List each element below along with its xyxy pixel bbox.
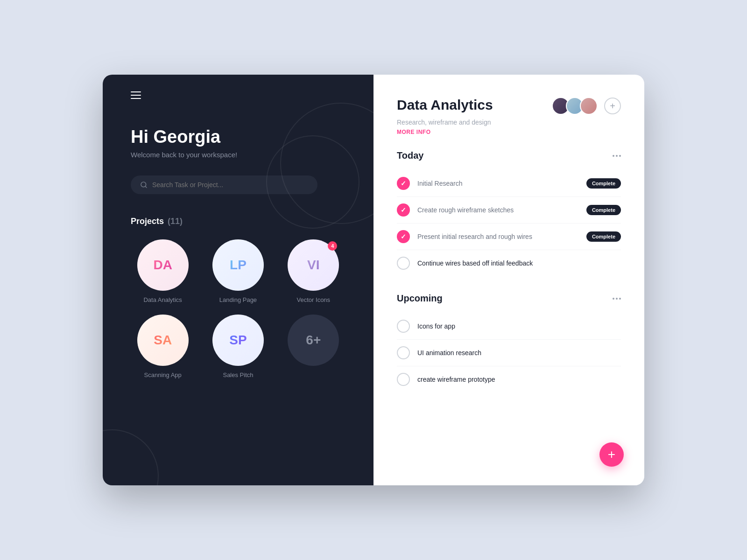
menu-icon[interactable] (131, 91, 345, 99)
search-icon (140, 181, 148, 189)
project-title-group: Data Analytics (397, 97, 493, 113)
project-description: Research, wireframe and design (397, 119, 621, 126)
checkmark-icon: ✓ (401, 233, 406, 240)
status-badge: Complete (586, 205, 621, 215)
task-left: ✓ Present initial research and rough wir… (397, 230, 532, 243)
task-item[interactable]: Icons for app (397, 313, 621, 340)
decorative-circle-2 (266, 135, 359, 229)
projects-section: Projects (11) DA Data Analytics LP Landi… (131, 217, 345, 378)
projects-title: Projects (131, 217, 164, 226)
project-item-lp[interactable]: LP Landing Page (206, 239, 270, 303)
task-checkbox-pending[interactable] (397, 373, 410, 386)
project-avatar-lp: LP (212, 239, 264, 291)
upcoming-section-header: Upcoming (397, 293, 621, 304)
task-left: ✓ Create rough wireframe sketches (397, 203, 514, 217)
project-initials-sa: SA (154, 333, 172, 348)
add-member-icon: + (610, 101, 615, 112)
project-label-sp: Sales Pitch (223, 371, 253, 378)
task-checkbox-completed[interactable]: ✓ (397, 230, 410, 243)
task-text: Create rough wireframe sketches (417, 206, 514, 214)
project-title: Data Analytics (397, 97, 493, 113)
task-text: UI animation research (417, 349, 481, 357)
project-initials-more: 6+ (306, 333, 321, 348)
today-task-list: ✓ Initial Research Complete ✓ Create rou… (397, 170, 621, 276)
project-label-vi: Vector Icons (297, 296, 331, 303)
project-initials-lp: LP (230, 258, 247, 273)
project-initials-vi: VI (307, 258, 319, 273)
task-text: Initial Research (417, 180, 463, 187)
upcoming-task-list: Icons for app UI animation research crea… (397, 313, 621, 392)
task-checkbox-pending[interactable] (397, 346, 410, 359)
project-item-sa[interactable]: SA Scanning App (131, 315, 195, 378)
more-info-link[interactable]: MORE INFO (397, 129, 621, 135)
fab-add-button[interactable]: + (599, 442, 624, 467)
avatar-group (552, 97, 598, 115)
today-section-header: Today (397, 150, 621, 161)
task-text: Present initial research and rough wires (417, 233, 532, 240)
project-badge-vi: 4 (328, 241, 337, 251)
task-text: create wireframe prototype (417, 376, 495, 383)
projects-grid: DA Data Analytics LP Landing Page VI 4 (131, 239, 345, 378)
task-checkbox-pending[interactable] (397, 257, 410, 270)
project-item-da[interactable]: DA Data Analytics (131, 239, 195, 303)
project-avatar-more: 6+ (288, 315, 339, 366)
project-initials-sp: SP (229, 333, 247, 348)
task-left: create wireframe prototype (397, 373, 495, 386)
today-title: Today (397, 150, 423, 161)
status-badge: Complete (586, 178, 621, 189)
projects-count: (11) (168, 217, 183, 226)
project-avatar-sa: SA (137, 315, 189, 366)
project-item-more[interactable]: 6+ (282, 315, 345, 378)
svg-line-1 (145, 186, 147, 188)
decorative-circle-3 (103, 429, 159, 485)
task-left: UI animation research (397, 346, 481, 359)
checkmark-icon: ✓ (401, 180, 406, 187)
avatar-3 (580, 97, 598, 115)
team-section: + (552, 97, 621, 115)
status-badge: Complete (586, 231, 621, 242)
task-left: Icons for app (397, 320, 455, 333)
add-member-button[interactable]: + (604, 98, 621, 114)
project-label-sa: Scanning App (144, 371, 182, 378)
right-panel: Data Analytics + Research, wireframe and… (374, 75, 644, 485)
today-more-button[interactable] (613, 155, 621, 157)
project-label-da: Data Analytics (143, 296, 182, 303)
project-avatar-da: DA (137, 239, 189, 291)
project-header: Data Analytics + (397, 97, 621, 115)
task-item[interactable]: create wireframe prototype (397, 366, 621, 392)
task-item[interactable]: ✓ Create rough wireframe sketches Comple… (397, 197, 621, 224)
left-panel: Hi Georgia Welcome back to your workspac… (103, 75, 374, 485)
upcoming-more-button[interactable] (613, 298, 621, 300)
upcoming-title: Upcoming (397, 293, 443, 304)
task-checkbox-completed[interactable]: ✓ (397, 203, 410, 217)
task-checkbox-completed[interactable]: ✓ (397, 177, 410, 190)
app-container: Hi Georgia Welcome back to your workspac… (103, 75, 644, 485)
checkmark-icon: ✓ (401, 206, 406, 214)
task-item[interactable]: ✓ Initial Research Complete (397, 170, 621, 197)
project-item-vi[interactable]: VI 4 Vector Icons (282, 239, 345, 303)
task-left: ✓ Initial Research (397, 177, 463, 190)
project-label-lp: Landing Page (219, 296, 257, 303)
task-checkbox-pending[interactable] (397, 320, 410, 333)
fab-plus-icon: + (608, 448, 615, 461)
project-avatar-sp: SP (212, 315, 264, 366)
task-item[interactable]: ✓ Present initial research and rough wir… (397, 224, 621, 250)
task-text-pending: Continue wires based off intial feedback (417, 259, 533, 267)
project-avatar-vi: VI 4 (288, 239, 339, 291)
project-item-sp[interactable]: SP Sales Pitch (206, 315, 270, 378)
task-text: Icons for app (417, 322, 455, 330)
task-item[interactable]: UI animation research (397, 340, 621, 366)
task-left: Continue wires based off intial feedback (397, 257, 533, 270)
task-item[interactable]: Continue wires based off intial feedback (397, 250, 621, 276)
project-initials-da: DA (153, 258, 172, 273)
